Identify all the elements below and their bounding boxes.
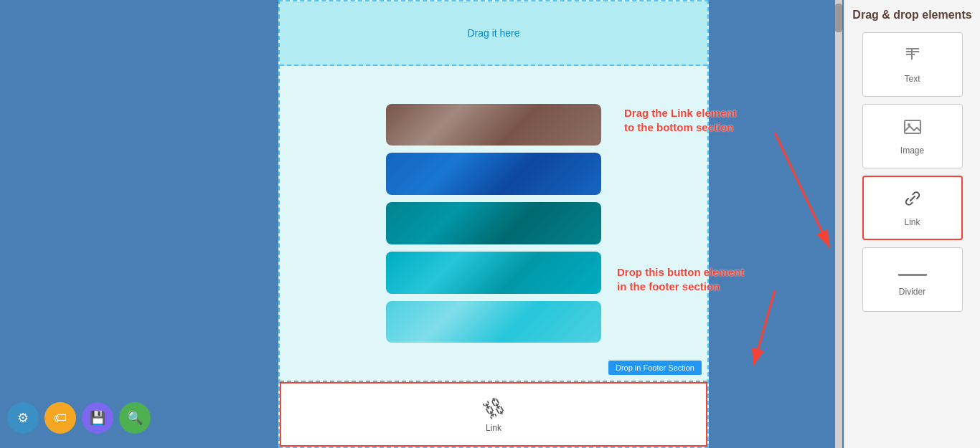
link-icon-footer: ⛓ bbox=[479, 393, 509, 424]
divider-card-icon bbox=[898, 262, 927, 282]
scrollbar-track bbox=[835, 0, 842, 448]
text-card-icon bbox=[903, 45, 923, 70]
link-card-label: Link bbox=[904, 217, 920, 227]
footer-drop-zone[interactable]: ⛓ Link bbox=[280, 382, 707, 447]
canvas-area: Drag it here Drop in Footer Section bbox=[0, 0, 980, 448]
divider-element-card[interactable]: Divider bbox=[862, 247, 963, 312]
svg-rect-7 bbox=[911, 49, 913, 59]
save-button[interactable]: 💾 bbox=[82, 402, 113, 434]
image-card-icon bbox=[903, 117, 923, 141]
scrollbar-thumb[interactable] bbox=[835, 4, 842, 32]
towel-teal bbox=[386, 202, 601, 244]
panel-title: Drag & drop elements bbox=[852, 9, 971, 22]
link-element-card[interactable]: Link bbox=[862, 176, 963, 240]
svg-rect-8 bbox=[905, 120, 920, 133]
link-card-icon bbox=[903, 189, 923, 213]
drag-here-label: Drag it here bbox=[467, 27, 519, 39]
left-toolbar: ⚙ 🏷 💾 🔍 bbox=[7, 402, 151, 434]
towel-dark-blue bbox=[386, 153, 601, 195]
settings-button[interactable]: ⚙ bbox=[7, 402, 39, 434]
text-card-label: Text bbox=[904, 74, 920, 84]
tag-button[interactable]: 🏷 bbox=[44, 402, 76, 434]
search-button[interactable]: 🔍 bbox=[119, 402, 151, 434]
towel-brown bbox=[386, 104, 601, 146]
towels-image bbox=[372, 102, 616, 345]
svg-rect-10 bbox=[898, 274, 927, 276]
svg-rect-6 bbox=[906, 54, 915, 55]
top-drop-zone[interactable]: Drag it here bbox=[280, 1, 707, 66]
divider-card-label: Divider bbox=[899, 287, 925, 297]
image-section: Drop in Footer Section bbox=[280, 66, 707, 382]
canvas-wrapper: Drag it here Drop in Footer Section bbox=[278, 0, 709, 448]
drop-footer-label: Drop in Footer Section bbox=[608, 361, 702, 375]
text-element-card[interactable]: Text bbox=[862, 32, 963, 97]
right-panel: Drag & drop elements Text Image bbox=[844, 0, 980, 448]
towel-cyan bbox=[386, 252, 601, 294]
towel-light-cyan bbox=[386, 301, 601, 343]
image-card-label: Image bbox=[900, 146, 924, 156]
footer-link-label: Link bbox=[486, 423, 501, 433]
image-element-card[interactable]: Image bbox=[862, 104, 963, 168]
